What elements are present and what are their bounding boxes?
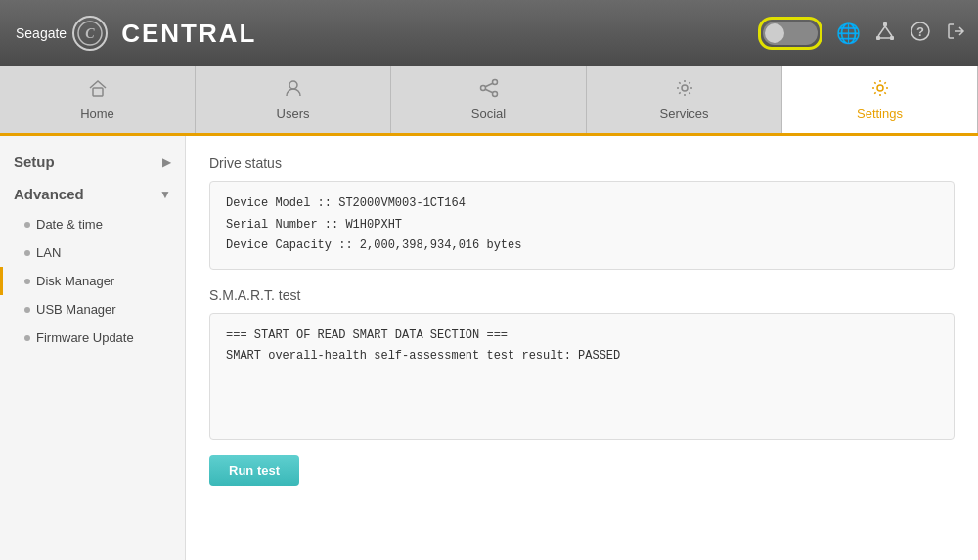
logout-icon[interactable]	[945, 21, 966, 47]
svg-text:?: ?	[916, 24, 924, 39]
tab-home[interactable]: Home	[0, 66, 196, 133]
sidebar-item-date-time[interactable]: Date & time	[0, 210, 185, 238]
tab-social[interactable]: Social	[391, 66, 587, 133]
drive-info-line1: Device Model :: ST2000VM003-1CT164	[226, 194, 938, 215]
dot-icon	[24, 279, 30, 284]
drive-info-box: Device Model :: ST2000VM003-1CT164 Seria…	[209, 181, 955, 270]
svg-line-5	[878, 26, 885, 36]
tab-users-label: Users	[277, 107, 310, 121]
drive-info-line3: Device Capacity :: 2,000,398,934,016 byt…	[226, 236, 938, 257]
svg-rect-3	[876, 36, 880, 40]
sidebar-item-lan[interactable]: LAN	[0, 238, 185, 267]
seagate-logo: Seagate C	[16, 16, 108, 51]
nav-tabs: Home Users Social Services Settings	[0, 66, 978, 136]
brand-name: Seagate	[16, 25, 67, 41]
date-time-label: Date & time	[36, 217, 103, 232]
logo-circle-icon: C	[72, 16, 108, 51]
tab-services-label: Services	[660, 107, 709, 121]
svg-point-17	[682, 85, 688, 91]
svg-line-16	[485, 89, 493, 93]
settings-icon	[870, 78, 890, 103]
advanced-arrow: ▼	[159, 188, 171, 201]
app-title: CENTRAL	[121, 19, 256, 49]
drive-info-line2: Serial Number :: W1H0PXHT	[226, 215, 938, 237]
svg-line-6	[885, 26, 892, 36]
content-area: Drive status Device Model :: ST2000VM003…	[186, 136, 978, 560]
toggle-wrapper[interactable]	[758, 17, 822, 50]
svg-text:C: C	[86, 26, 96, 41]
tab-settings-label: Settings	[857, 107, 903, 121]
sidebar-section-setup[interactable]: Setup ▶	[0, 146, 185, 178]
globe-icon[interactable]: 🌐	[836, 22, 861, 45]
svg-point-11	[289, 81, 297, 89]
svg-point-13	[492, 80, 497, 85]
sidebar: Setup ▶ Advanced ▼ Date & time LAN Disk …	[0, 136, 186, 560]
header-icons: 🌐 ?	[758, 17, 966, 50]
tab-settings[interactable]: Settings	[782, 66, 978, 133]
tab-home-label: Home	[80, 107, 114, 121]
users-icon	[284, 78, 303, 103]
sidebar-item-usb-manager[interactable]: USB Manager	[0, 295, 185, 323]
dot-icon	[24, 307, 30, 313]
svg-point-14	[492, 92, 497, 97]
smart-line2: SMART overall-health self-assessment tes…	[226, 346, 938, 367]
sidebar-section-advanced[interactable]: Advanced ▼	[0, 178, 185, 210]
tab-social-label: Social	[471, 107, 506, 121]
sidebar-item-firmware-update[interactable]: Firmware Update	[0, 323, 185, 352]
header: Seagate C CENTRAL 🌐	[0, 0, 978, 66]
smart-line1: === START OF READ SMART DATA SECTION ===	[226, 325, 938, 347]
dot-icon	[24, 250, 30, 256]
main-area: Setup ▶ Advanced ▼ Date & time LAN Disk …	[0, 136, 978, 560]
dot-icon	[24, 335, 30, 341]
svg-rect-10	[93, 88, 103, 96]
svg-line-15	[485, 83, 493, 87]
svg-point-12	[480, 86, 485, 91]
smart-test-title: S.M.A.R.T. test	[209, 287, 955, 303]
usb-manager-label: USB Manager	[36, 302, 116, 317]
svg-rect-4	[890, 36, 894, 40]
advanced-label: Advanced	[14, 186, 84, 202]
setup-arrow: ▶	[162, 155, 171, 169]
toggle-switch[interactable]	[763, 22, 818, 45]
help-icon[interactable]: ?	[910, 21, 931, 47]
social-icon	[479, 78, 499, 103]
lan-label: LAN	[36, 245, 61, 260]
smart-info-box: === START OF READ SMART DATA SECTION ===…	[209, 313, 955, 440]
run-test-button[interactable]: Run test	[209, 455, 299, 486]
firmware-update-label: Firmware Update	[36, 330, 134, 345]
tab-users[interactable]: Users	[196, 66, 391, 133]
setup-label: Setup	[14, 153, 55, 170]
dot-icon	[24, 222, 30, 228]
home-icon	[88, 78, 108, 103]
services-icon	[675, 78, 694, 103]
logo-area: Seagate C CENTRAL	[16, 16, 256, 51]
toggle-knob	[765, 23, 784, 43]
disk-manager-label: Disk Manager	[36, 274, 114, 288]
network-icon[interactable]	[874, 21, 896, 47]
tab-services[interactable]: Services	[587, 66, 782, 133]
drive-status-title: Drive status	[209, 155, 955, 171]
sidebar-item-disk-manager[interactable]: Disk Manager	[0, 267, 185, 295]
svg-point-18	[877, 85, 883, 91]
svg-rect-2	[883, 22, 887, 26]
